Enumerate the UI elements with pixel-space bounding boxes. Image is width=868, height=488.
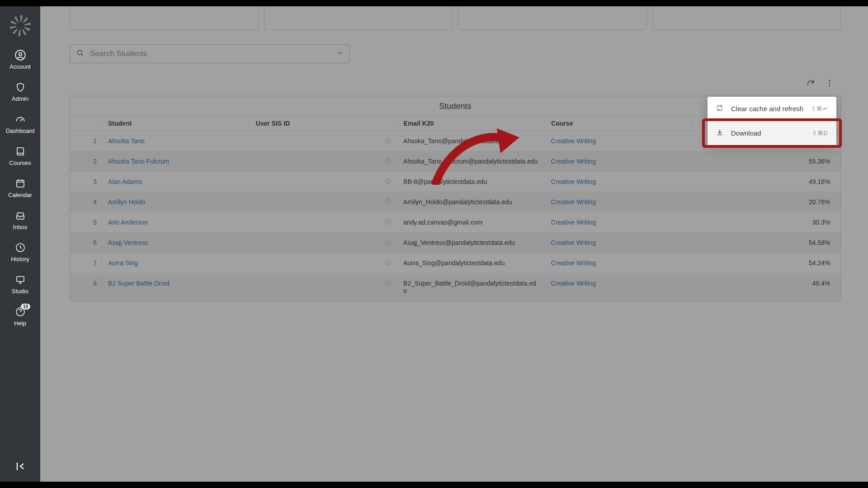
col-course[interactable]: Course (545, 116, 693, 131)
col-student[interactable]: Student (102, 116, 250, 131)
cell-score: 54.58% (693, 233, 840, 253)
cell-course: Creative Writing (545, 253, 693, 273)
svg-point-7 (829, 80, 830, 81)
svg-point-6 (77, 50, 82, 55)
null-icon (385, 260, 391, 265)
cell-rownum: 4 (70, 192, 102, 212)
collapse-sidebar-button[interactable] (11, 457, 29, 477)
null-icon (385, 199, 391, 204)
student-link[interactable]: Ahsoka Tano Fulcrum (108, 158, 169, 165)
null-icon (385, 280, 391, 286)
menu-download-shortcut: ⇧⌘D (812, 130, 828, 136)
nav-label-account: Account (9, 63, 31, 70)
cell-course: Creative Writing (545, 212, 693, 233)
student-link[interactable]: B2 Super Battle Droid (108, 280, 169, 287)
letterbox-top (0, 0, 868, 6)
table-row: 2Ahsoka Tano FulcrumAhsoka_Tano_Fulcrum@… (70, 151, 840, 172)
course-link[interactable]: Creative Writing (551, 158, 596, 165)
course-link[interactable]: Creative Writing (551, 219, 596, 226)
cell-student: Arlo Anderson (102, 212, 250, 233)
nav-calendar[interactable]: Calendar (0, 174, 40, 201)
nav-label-dashboard: Dashboard (6, 127, 35, 134)
calendar-icon (14, 177, 27, 190)
table-actions (806, 79, 834, 88)
course-link[interactable]: Creative Writing (551, 137, 596, 145)
chevron-down-icon[interactable] (336, 49, 344, 59)
table-row: 6Asajj VentressAsajj_Ventress@pandalytic… (70, 233, 840, 253)
menu-clear-label: Clear cache and refresh (731, 105, 803, 113)
nav-label-history: History (11, 256, 29, 263)
stat-card (652, 6, 841, 30)
cell-sis (249, 233, 397, 253)
course-link[interactable]: Creative Writing (551, 259, 596, 267)
menu-download[interactable]: Download ⇧⌘D (708, 121, 836, 145)
canvas-logo[interactable] (10, 15, 31, 36)
course-link[interactable]: Creative Writing (551, 178, 596, 185)
content: Students Student User SIS ID Email K20 C… (40, 6, 868, 301)
cell-student: Amilyn Holdo (102, 192, 250, 212)
course-link[interactable]: Creative Writing (551, 239, 596, 246)
cell-student: Ahsoka Tano (102, 131, 250, 151)
null-icon (385, 219, 391, 225)
stat-cards-row (70, 6, 841, 30)
nav-label-help: Help (14, 320, 26, 327)
cell-sis (249, 253, 397, 273)
search-input[interactable] (90, 49, 330, 58)
table-row: 5Arlo Andersonandy.ad.canvas@gmail.comCr… (70, 212, 840, 233)
nav-courses[interactable]: Courses (0, 142, 40, 169)
svg-point-8 (829, 83, 830, 84)
cell-student: Ahsoka Tano Fulcrum (102, 151, 250, 172)
stat-card (264, 6, 453, 30)
nav-history[interactable]: History (0, 239, 40, 265)
svg-rect-2 (17, 180, 24, 187)
cell-rownum: 5 (70, 212, 102, 233)
menu-clear-cache[interactable]: Clear cache and refresh ⇧⌘↵ (708, 97, 836, 121)
nav-admin[interactable]: Admin (0, 78, 40, 105)
cell-student: Aurra Sing (102, 253, 250, 273)
main-area: Students Student User SIS ID Email K20 C… (40, 6, 868, 482)
gauge-icon (14, 113, 27, 126)
letterbox-bottom (0, 482, 868, 488)
cell-course: Creative Writing (545, 192, 693, 212)
refresh-button[interactable] (806, 79, 815, 88)
nav-studio[interactable]: Studio (0, 271, 40, 297)
nav-dashboard[interactable]: Dashboard (0, 110, 40, 137)
search-row (70, 44, 350, 63)
student-link[interactable]: Amilyn Holdo (108, 198, 145, 206)
search-icon (75, 48, 85, 59)
cell-score: 49.4% (693, 273, 840, 301)
cell-course: Creative Writing (545, 131, 693, 151)
search-students[interactable] (70, 44, 350, 63)
student-link[interactable]: Alan Adams (108, 178, 142, 185)
null-icon (385, 178, 391, 184)
menu-download-label: Download (731, 129, 761, 137)
cell-sis (249, 212, 397, 233)
null-icon (385, 239, 391, 245)
course-link[interactable]: Creative Writing (551, 198, 596, 206)
col-sis[interactable]: User SIS ID (249, 116, 397, 131)
cell-rownum: 3 (70, 172, 102, 192)
student-link[interactable]: Arlo Anderson (108, 219, 148, 226)
kebab-menu-button[interactable] (825, 79, 834, 88)
student-link[interactable]: Asajj Ventress (108, 239, 148, 246)
nav-help[interactable]: 10 Help (0, 303, 40, 329)
svg-point-1 (19, 53, 22, 56)
nav-account[interactable]: Account (0, 46, 40, 73)
cell-email: Ahsoka_Tano_Fulcrum@pandalytictestdata.e… (397, 151, 545, 172)
col-rownum (70, 116, 102, 131)
cell-score: 54.24% (693, 253, 840, 273)
table-row: 8B2 Super Battle DroidB2_Super_Battle_Dr… (70, 273, 840, 301)
cell-student: Alan Adams (102, 172, 250, 192)
book-icon (14, 145, 27, 158)
cell-sis (249, 273, 397, 301)
global-sidebar: Account Admin Dashboard Courses Calendar (0, 6, 40, 482)
cell-course: Creative Writing (545, 273, 693, 301)
col-email[interactable]: Email K20 (397, 116, 545, 131)
course-link[interactable]: Creative Writing (551, 280, 596, 287)
cell-rownum: 6 (70, 233, 102, 253)
svg-point-9 (829, 85, 830, 86)
nav-inbox[interactable]: Inbox (0, 206, 40, 233)
table-row: 3Alan AdamsBB-8@pandalytictestdata.eduCr… (70, 172, 840, 192)
student-link[interactable]: Aurra Sing (108, 259, 138, 267)
student-link[interactable]: Ahsoka Tano (108, 137, 145, 145)
